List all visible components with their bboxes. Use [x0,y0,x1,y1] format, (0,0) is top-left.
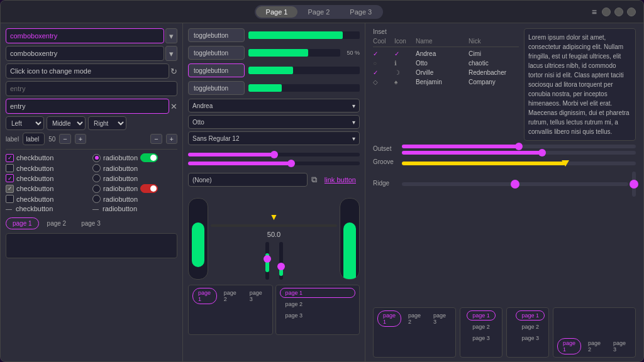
toggle-2[interactable] [140,184,158,193]
tab-page3[interactable]: Page 3 [340,6,382,18]
ridge-h-slider[interactable] [402,182,628,186]
nb-1-tab2[interactable]: page 2 [402,310,426,327]
checkbutton-5[interactable] [6,195,14,203]
toggle-button-1[interactable]: togglebutton [188,28,245,42]
mid-nb-1-tab1[interactable]: page 1 [192,288,217,304]
left-tab-2[interactable]: page 2 [40,217,74,229]
toggle-button-4[interactable]: togglebutton [188,81,245,95]
toggle-1[interactable] [140,153,158,162]
spin-plus[interactable]: + [75,134,86,144]
mid-nb-1-tab3[interactable]: page 3 [244,288,269,304]
radiobutton-1[interactable] [92,154,101,162]
none-dropdown[interactable]: (None) [188,173,308,187]
lorem-text: Lorem ipsum dolor sit amet, consectetur … [528,33,631,136]
checkbutton-1[interactable] [6,154,14,162]
menu-icon[interactable]: ≡ [592,7,597,17]
nb-4-tab2[interactable]: page 2 [582,338,606,354]
progress-bar-4 [248,84,360,92]
groove-scale[interactable]: ▼ [211,224,337,227]
tab-page2[interactable]: Page 2 [297,6,340,18]
mid-bottom-notebooks: page 1 page 2 page 3 page 1 page 2 page … [188,285,360,335]
tab-page1[interactable]: Page 1 [256,6,298,18]
mid-nb-2-tab3[interactable]: page 3 [280,310,356,321]
nb-2-tabs: page 1 page 2 page 3 [464,310,498,343]
link-button[interactable]: link button [321,174,360,185]
vertical-scale-1[interactable] [188,198,208,280]
nb-4-tab-row: page 1 page 2 page 3 [557,338,631,354]
checkbutton-2[interactable] [6,164,14,172]
row3-icon: ☽ [394,69,413,76]
outset-slider-1[interactable] [188,153,360,156]
dropdown-font[interactable]: Sans Regular 12 ▾ [188,131,360,145]
nb-3-tab1[interactable]: page 1 [516,310,545,321]
dropdown-otto[interactable]: Otto ▾ [188,115,360,129]
mode-input[interactable] [6,63,169,79]
outset-fill-2 [402,151,542,155]
mid-nb-2-tab2[interactable]: page 2 [280,299,356,309]
radiobutton-6-label: radiobutton [103,205,137,212]
outset-thumb-1 [515,143,523,150]
align-middle-select[interactable]: Middle Top Bottom [47,116,86,130]
radiobutton-2[interactable] [92,164,101,172]
nb-2-tab2[interactable]: page 2 [467,322,496,332]
nb-1-tab3[interactable]: page 3 [428,310,452,327]
label-input[interactable] [23,133,45,145]
outset-h-slider-1[interactable] [402,145,636,148]
refresh-icon[interactable]: ↻ [170,67,177,76]
nb-4-tab3[interactable]: page 3 [608,338,631,354]
radio-row-4: radiobutton [92,184,177,193]
entry-row: ✕ [6,99,177,114]
mode-row: ↻ [6,63,177,79]
combobox-input[interactable] [6,28,164,43]
entry-input[interactable] [6,99,169,114]
mid-nb-2-tab1[interactable]: page 1 [280,288,356,298]
checkbutton-4[interactable] [6,185,14,193]
toggle-button-3[interactable]: togglebutton [188,63,245,77]
nb-2-tab3[interactable]: page 3 [467,333,496,343]
radiobutton-5[interactable] [92,195,101,203]
ridge-thumb-v [630,180,638,189]
nb-2: page 1 page 2 page 3 [460,307,502,358]
left-tab-3[interactable]: page 3 [74,217,108,229]
toggle-button-2[interactable]: togglebutton [188,46,245,60]
radiobutton-4[interactable] [92,185,101,193]
entry-clear-icon[interactable]: ✕ [170,102,177,111]
outset-h-slider-2[interactable] [402,151,636,155]
ridge-v-slider[interactable] [632,172,636,197]
left-tab-1[interactable]: page 1 [6,217,39,229]
checkbutton-3[interactable] [6,174,14,182]
v-slider-2[interactable] [279,242,283,280]
copy-icon[interactable]: ⧉ [311,175,317,185]
dropdown-andrea[interactable]: Andrea ▾ [188,99,360,112]
row2-icon: ℹ [394,60,413,67]
minimize-button[interactable] [602,8,611,16]
radiobutton-3[interactable] [92,174,101,182]
entry-placeholder[interactable] [6,81,177,96]
spin-minus2[interactable]: − [150,134,162,144]
progress-bar-1 [248,31,360,39]
combobox-arrow2[interactable]: ▾ [165,46,177,61]
row4-name: Benjamin [416,79,466,85]
vertical-scale-2[interactable] [340,198,360,280]
nb-1-tab1[interactable]: page 1 [377,310,401,327]
row1-cool: ✓ [373,50,392,57]
maximize-button[interactable] [614,8,623,16]
groove-h-slider[interactable] [402,162,636,165]
mid-nb-1-tab2[interactable]: page 2 [218,288,243,304]
spin-plus2[interactable]: + [166,134,177,144]
v-slider-1[interactable] [265,242,269,280]
combobox-arrow[interactable]: ▾ [165,28,177,43]
progress-label-2: 50 % [344,50,360,56]
close-button[interactable] [627,8,636,16]
progress-bar-2 [248,49,340,57]
nb-3-tab3[interactable]: page 3 [516,333,545,343]
col-nick: Nick [469,38,519,45]
align-right-select[interactable]: Right Left Center [88,116,126,130]
nb-4-tab1[interactable]: page 1 [557,338,581,354]
align-left-select[interactable]: Left Center Right [6,116,44,130]
spin-minus[interactable]: − [59,134,70,144]
combobox-input2[interactable] [6,46,164,61]
nb-2-tab1[interactable]: page 1 [467,310,496,321]
outset-slider-2[interactable] [188,162,360,165]
nb-3-tab2[interactable]: page 2 [516,322,545,332]
